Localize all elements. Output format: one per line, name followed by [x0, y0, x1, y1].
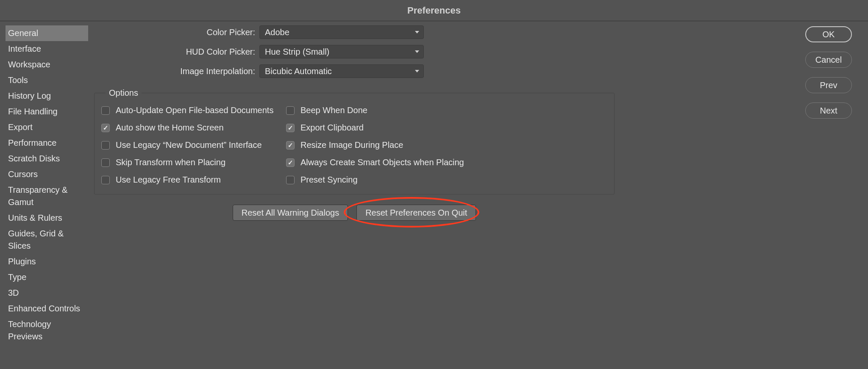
sidebar-item-plugins[interactable]: Plugins	[6, 254, 88, 269]
options-group: Options Auto-Update Open File-based Docu…	[94, 88, 615, 194]
dropdown-value: Adobe	[265, 28, 289, 37]
checkbox-icon[interactable]	[101, 124, 110, 132]
sidebar-item-file-handling[interactable]: File Handling	[6, 104, 88, 119]
sidebar-item-tools[interactable]: Tools	[6, 72, 88, 88]
sidebar-item-cursors[interactable]: Cursors	[6, 166, 88, 182]
bottom-button-row: Reset All Warning Dialogs Reset Preferen…	[94, 205, 615, 221]
cancel-button[interactable]: Cancel	[805, 52, 852, 68]
option-right-3[interactable]: Always Create Smart Objects when Placing	[286, 158, 607, 167]
option-left-1[interactable]: Auto show the Home Screen	[101, 123, 284, 133]
checkbox-icon[interactable]	[286, 106, 295, 115]
checkbox-icon[interactable]	[286, 158, 295, 167]
option-left-3[interactable]: Skip Transform when Placing	[101, 158, 284, 167]
body: GeneralInterfaceWorkspaceToolsHistory Lo…	[0, 21, 868, 369]
row-color-picker: Color Picker: Adobe	[94, 25, 797, 39]
titlebar: Preferences	[0, 0, 868, 21]
sidebar-item-type[interactable]: Type	[6, 269, 88, 285]
dropdown-value: Hue Strip (Small)	[265, 47, 329, 57]
button-label: Reset Preferences On Quit	[365, 208, 467, 218]
checkbox-label: Resize Image During Place	[300, 140, 403, 150]
button-label: Prev	[820, 80, 837, 90]
right-button-column: OK Cancel Prev Next	[805, 26, 852, 221]
checkbox-icon[interactable]	[101, 176, 110, 184]
checkbox-icon[interactable]	[286, 124, 295, 132]
checkbox-label: Skip Transform when Placing	[116, 158, 225, 167]
sidebar-item-interface[interactable]: Interface	[6, 41, 88, 57]
dropdown-value: Bicubic Automatic	[265, 67, 332, 76]
sidebar-item-enhanced-controls[interactable]: Enhanced Controls	[6, 301, 88, 316]
label-hud-color-picker: HUD Color Picker:	[94, 47, 255, 57]
option-right-2[interactable]: Resize Image During Place	[286, 140, 607, 150]
dropdown-hud-color-picker[interactable]: Hue Strip (Small)	[259, 45, 424, 58]
sidebar: GeneralInterfaceWorkspaceToolsHistory Lo…	[6, 25, 88, 369]
main-panel: Color Picker: Adobe HUD Color Picker: Hu…	[88, 25, 868, 369]
label-color-picker: Color Picker:	[94, 28, 255, 37]
sidebar-item-guides-grid-slices[interactable]: Guides, Grid & Slices	[6, 226, 88, 254]
prev-button[interactable]: Prev	[805, 77, 852, 93]
chevron-down-icon	[415, 31, 419, 33]
sidebar-item-general[interactable]: General	[6, 25, 88, 41]
chevron-down-icon	[415, 70, 419, 72]
option-right-4[interactable]: Preset Syncing	[286, 175, 607, 185]
checkbox-label: Export Clipboard	[300, 123, 364, 133]
checkbox-label: Always Create Smart Objects when Placing	[300, 158, 464, 167]
checkbox-label: Preset Syncing	[300, 175, 358, 185]
row-hud-color-picker: HUD Color Picker: Hue Strip (Small)	[94, 45, 797, 58]
dropdown-image-interpolation[interactable]: Bicubic Automatic	[259, 64, 424, 78]
button-label: Next	[820, 106, 837, 116]
button-label: OK	[823, 30, 835, 39]
options-grid: Auto-Update Open File-based DocumentsBee…	[101, 105, 607, 185]
checkbox-label: Beep When Done	[300, 105, 367, 115]
reset-warning-dialogs-button[interactable]: Reset All Warning Dialogs	[233, 205, 348, 221]
checkbox-label: Auto show the Home Screen	[116, 123, 224, 133]
sidebar-item-3d[interactable]: 3D	[6, 285, 88, 301]
checkbox-icon[interactable]	[101, 158, 110, 167]
checkbox-icon[interactable]	[286, 176, 295, 184]
button-label: Reset All Warning Dialogs	[242, 208, 339, 218]
preferences-window: Preferences GeneralInterfaceWorkspaceToo…	[0, 0, 868, 369]
label-image-interpolation: Image Interpolation:	[94, 67, 255, 76]
checkbox-label: Use Legacy Free Transform	[116, 175, 221, 185]
sidebar-item-workspace[interactable]: Workspace	[6, 57, 88, 72]
checkbox-icon[interactable]	[286, 141, 295, 150]
sidebar-item-technology-previews[interactable]: Technology Previews	[6, 316, 88, 344]
option-left-4[interactable]: Use Legacy Free Transform	[101, 175, 284, 185]
option-right-0[interactable]: Beep When Done	[286, 105, 607, 115]
window-title: Preferences	[407, 5, 461, 16]
chevron-down-icon	[415, 50, 419, 53]
checkbox-label: Auto-Update Open File-based Documents	[116, 105, 273, 115]
sidebar-item-history-log[interactable]: History Log	[6, 88, 88, 104]
ok-button[interactable]: OK	[805, 26, 852, 42]
options-legend: Options	[106, 88, 142, 98]
row-image-interpolation: Image Interpolation: Bicubic Automatic	[94, 64, 797, 78]
checkbox-icon[interactable]	[101, 141, 110, 150]
checkbox-label: Use Legacy “New Document” Interface	[116, 140, 262, 150]
sidebar-item-performance[interactable]: Performance	[6, 135, 88, 151]
sidebar-item-export[interactable]: Export	[6, 119, 88, 135]
dropdown-color-picker[interactable]: Adobe	[259, 25, 424, 39]
next-button[interactable]: Next	[805, 103, 852, 119]
sidebar-item-scratch-disks[interactable]: Scratch Disks	[6, 151, 88, 166]
reset-preferences-on-quit-button[interactable]: Reset Preferences On Quit	[356, 205, 476, 221]
checkbox-icon[interactable]	[101, 106, 110, 115]
form-rows: Color Picker: Adobe HUD Color Picker: Hu…	[94, 25, 797, 78]
option-right-1[interactable]: Export Clipboard	[286, 123, 607, 133]
sidebar-item-transparency-gamut[interactable]: Transparency & Gamut	[6, 182, 88, 210]
option-left-0[interactable]: Auto-Update Open File-based Documents	[101, 105, 284, 115]
option-left-2[interactable]: Use Legacy “New Document” Interface	[101, 140, 284, 150]
sidebar-item-units-rulers[interactable]: Units & Rulers	[6, 210, 88, 226]
button-label: Cancel	[815, 55, 842, 65]
